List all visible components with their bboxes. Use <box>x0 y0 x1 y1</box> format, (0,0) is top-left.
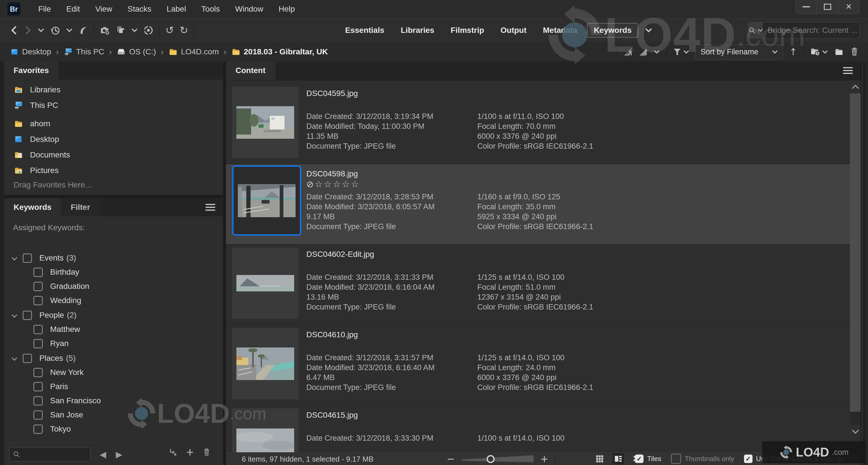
zoom-out-button[interactable]: − <box>447 453 455 464</box>
panel-menu-icon[interactable] <box>843 67 853 74</box>
workspace-essentials[interactable]: Essentials <box>338 23 391 38</box>
return-to-photoshop-button[interactable] <box>78 26 88 35</box>
tab-keywords[interactable]: Keywords <box>4 198 61 216</box>
workspace-metadata[interactable]: Metadata <box>536 23 584 38</box>
chevron-down-icon[interactable] <box>11 256 18 260</box>
open-in-camera-raw-button[interactable] <box>143 25 153 35</box>
file-row-dsc04595[interactable]: DSC04595.jpg Date Created: 3/12/2018, 3:… <box>226 84 850 164</box>
breadcrumb-current-folder[interactable]: 2018.03 - Gibraltar, UK <box>231 47 328 56</box>
thumbnail[interactable] <box>232 248 299 319</box>
keyword-group-places[interactable]: Places (5) <box>4 351 223 365</box>
rating-row[interactable]: ⊘☆☆☆☆☆ <box>306 179 360 189</box>
keyword-tokyo[interactable]: Tokyo <box>4 422 223 436</box>
grid-view-button[interactable] <box>594 453 605 464</box>
menu-view[interactable]: View <box>88 0 120 18</box>
keyword-checkbox[interactable] <box>33 368 43 377</box>
keyword-checkbox[interactable] <box>33 382 43 391</box>
keyword-wedding[interactable]: Wedding <box>4 293 223 308</box>
filter-by-rating-button[interactable] <box>673 47 689 56</box>
new-sub-keyword-button[interactable] <box>168 448 177 457</box>
keyword-san-jose[interactable]: San Jose <box>4 408 223 422</box>
slider-knob[interactable] <box>487 455 495 463</box>
thumbnail-size-slider[interactable] <box>462 455 534 463</box>
thumbnail[interactable] <box>232 328 299 399</box>
favorites-item-documents[interactable]: Documents <box>4 147 223 162</box>
keyword-checkbox[interactable] <box>33 325 43 334</box>
sort-ascending-button[interactable]: ↑ <box>789 47 798 57</box>
keyword-birthday[interactable]: Birthday <box>4 265 223 279</box>
checkbox-unchecked-icon[interactable] <box>671 454 681 464</box>
star-icon[interactable]: ☆ <box>342 179 351 189</box>
no-rating-icon[interactable]: ⊘ <box>306 179 315 189</box>
breadcrumb-lo4d-folder[interactable]: LO4D.com <box>168 47 219 56</box>
scroll-down-button[interactable] <box>850 425 861 438</box>
quality-embedded-button[interactable] <box>623 47 632 56</box>
maximize-button[interactable] <box>817 0 838 13</box>
keyword-checkbox[interactable] <box>33 410 43 420</box>
keyword-checkbox[interactable] <box>33 268 43 277</box>
keyword-checkbox[interactable] <box>33 425 43 434</box>
new-folder-button[interactable] <box>834 47 844 56</box>
scroll-up-button[interactable] <box>850 81 861 93</box>
favorites-item-pictures[interactable]: Pictures <box>4 162 223 178</box>
new-keyword-button[interactable] <box>186 448 194 457</box>
keyword-checkbox[interactable] <box>33 282 43 291</box>
delete-keyword-button[interactable] <box>203 448 211 457</box>
forward-button[interactable] <box>24 26 32 35</box>
favorites-item-desktop[interactable]: Desktop <box>4 131 223 147</box>
quality-hq-button[interactable] <box>639 47 648 56</box>
back-button[interactable] <box>10 26 18 35</box>
keyword-group-people[interactable]: People (2) <box>4 308 223 322</box>
sort-dropdown[interactable]: Sort by Filename <box>695 44 783 59</box>
chevron-down-icon[interactable] <box>11 313 18 317</box>
scrollbar-thumb[interactable] <box>850 93 861 412</box>
workspace-libraries[interactable]: Libraries <box>394 23 441 38</box>
keyword-graduation[interactable]: Graduation <box>4 279 223 293</box>
menu-edit[interactable]: Edit <box>59 0 88 18</box>
menu-tools[interactable]: Tools <box>194 0 227 18</box>
star-icon[interactable]: ☆ <box>333 179 342 189</box>
vertical-scrollbar[interactable] <box>850 81 861 438</box>
copy-files-button[interactable] <box>116 25 126 35</box>
checkbox-checked-icon[interactable]: ✓ <box>635 455 644 463</box>
star-icon[interactable]: ☆ <box>324 179 333 189</box>
menu-label[interactable]: Label <box>159 0 194 18</box>
keyword-paris[interactable]: Paris <box>4 379 223 394</box>
file-row-dsc04615[interactable]: DSC04615.jpg Date Created: 3/12/2018, 3:… <box>226 406 850 453</box>
star-icon[interactable]: ☆ <box>315 179 324 189</box>
keyword-matthew[interactable]: Matthew <box>4 322 223 336</box>
recent-locations-dropdown[interactable] <box>38 28 44 32</box>
keyword-search-input[interactable] <box>22 450 90 459</box>
recent-folders-button[interactable] <box>810 47 828 57</box>
breadcrumb-os-c[interactable]: OS (C:) <box>117 47 156 56</box>
checkbox-checked-icon[interactable]: ✓ <box>744 455 752 463</box>
thumbnail[interactable] <box>232 408 299 453</box>
keyword-checkbox[interactable] <box>33 296 43 305</box>
favorites-item-ahorn[interactable]: ahorn <box>4 116 223 131</box>
keyword-new-york[interactable]: New York <box>4 365 223 379</box>
rotate-ccw-button[interactable]: ↺ <box>165 25 174 35</box>
chevron-down-icon[interactable] <box>11 356 18 361</box>
breadcrumb-this-pc[interactable]: This PC <box>64 47 104 56</box>
keyword-checkbox[interactable] <box>33 396 43 406</box>
workspace-filmstrip[interactable]: Filmstrip <box>444 23 491 38</box>
star-icon[interactable]: ☆ <box>351 179 360 189</box>
close-button[interactable]: ✕ <box>838 0 859 13</box>
thumbnail-selected[interactable] <box>232 165 301 236</box>
tab-favorites[interactable]: Favorites <box>4 61 59 80</box>
menu-stacks[interactable]: Stacks <box>120 0 159 18</box>
tab-filter[interactable]: Filter <box>61 198 100 216</box>
search-scope-dropdown[interactable] <box>748 22 763 38</box>
zoom-in-button[interactable]: + <box>540 453 549 464</box>
panel-menu-icon[interactable] <box>206 204 215 211</box>
tiles-view-button[interactable] <box>613 453 624 464</box>
breadcrumb-desktop[interactable]: Desktop <box>10 47 51 56</box>
keyword-group-events[interactable]: Events (3) <box>4 251 223 265</box>
workspace-more-dropdown[interactable] <box>645 28 652 33</box>
search-input[interactable] <box>763 26 860 35</box>
menu-file[interactable]: File <box>31 0 59 18</box>
file-row-dsc04610[interactable]: DSC04610.jpg Date Created: 3/12/2018, 3:… <box>226 325 850 406</box>
panel-splitter[interactable] <box>223 61 226 465</box>
previous-keyword-button[interactable]: ◀ <box>100 450 106 459</box>
keyword-checkbox[interactable] <box>23 311 32 320</box>
